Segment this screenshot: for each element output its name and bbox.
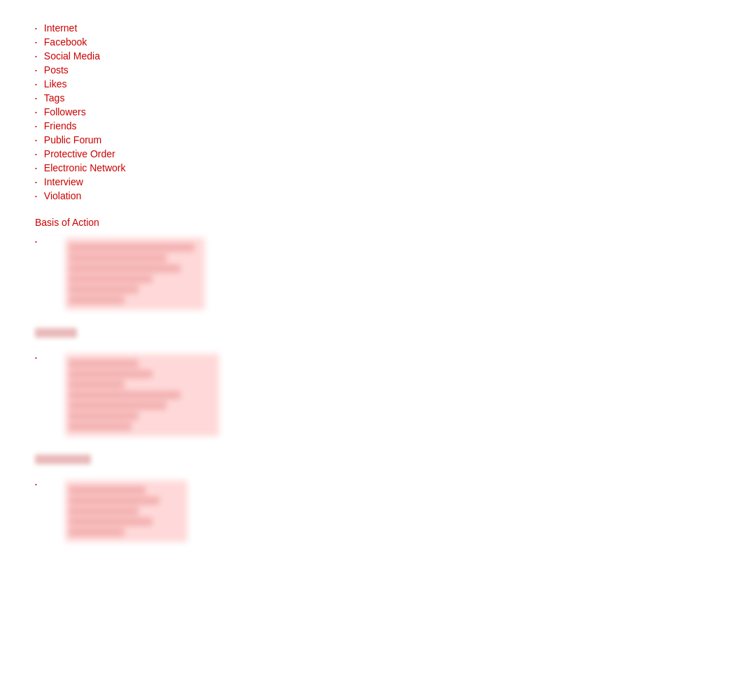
list-item-label: Public Forum [44, 134, 101, 145]
list-item-label: Protective Order [44, 148, 115, 159]
list-item: • Social Media [35, 49, 708, 63]
bullet-icon: • [35, 193, 37, 199]
bullet-icon: • [35, 123, 37, 129]
list-item-label: Interview [44, 176, 83, 187]
list-item: • Friends [35, 119, 708, 133]
list-item: • Followers [35, 105, 708, 119]
blurred-content-block-2 [65, 354, 219, 436]
list-item-label: Friends [44, 120, 77, 131]
blurred-content-block-1 [65, 238, 205, 310]
list-item-label: Electronic Network [44, 162, 126, 173]
list-item: • Electronic Network [35, 161, 708, 175]
bullet-icon: • [35, 355, 37, 361]
bullet-icon: • [35, 67, 37, 73]
bullet-icon: • [35, 151, 37, 157]
list-item-label: Violation [44, 190, 81, 201]
list-item-label: Tags [44, 92, 65, 103]
bullet-icon: • [35, 109, 37, 115]
list-item-label: Facebook [44, 36, 87, 48]
list-item: • Public Forum [35, 133, 708, 147]
bullet-icon: • [35, 25, 37, 31]
list-item-label: Likes [44, 78, 67, 90]
list-item: • Violation [35, 189, 708, 203]
list-item: • Internet [35, 21, 708, 35]
list-item-label: Internet [44, 22, 77, 34]
bullet-icon: • [35, 137, 37, 143]
bullet-icon: • [35, 81, 37, 87]
bullet-icon: • [35, 238, 37, 245]
list-item: • Protective Order [35, 147, 708, 161]
main-container: • Internet • Facebook • Social Media • P… [0, 0, 743, 569]
list-item-label: Social Media [44, 50, 100, 62]
blurred-subheading-2 [35, 455, 91, 464]
basis-of-action-heading: Basis of Action [35, 217, 708, 228]
list-item: • Tags [35, 91, 708, 105]
bullet-icon: • [35, 95, 37, 101]
list-item: • Posts [35, 63, 708, 77]
list-item: • Interview [35, 175, 708, 189]
bullet-icon: • [35, 39, 37, 45]
bullet-icon: • [35, 165, 37, 171]
list-item: • Facebook [35, 35, 708, 49]
top-list-section: • Internet • Facebook • Social Media • P… [35, 21, 708, 203]
bullet-icon: • [35, 179, 37, 185]
list-item: • Likes [35, 77, 708, 91]
list-item-label: Followers [44, 106, 86, 117]
blurred-subheading-1 [35, 328, 77, 338]
list-item-label: Posts [44, 64, 69, 76]
bullet-icon: • [35, 481, 37, 487]
bullet-icon: • [35, 53, 37, 59]
blurred-content-block-3 [65, 480, 187, 542]
